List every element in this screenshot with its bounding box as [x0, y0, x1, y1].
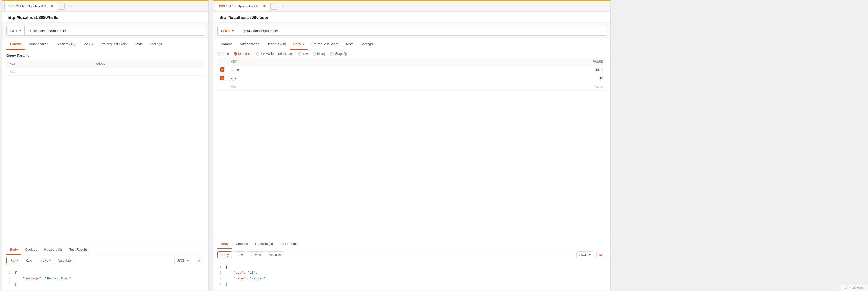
row2-key-cell[interactable]: age [227, 74, 407, 82]
right-code-line-4: 4 } [217, 282, 606, 287]
radio-none[interactable]: none [217, 52, 229, 56]
radio-binary[interactable]: binary [313, 52, 326, 56]
empty-key-cell[interactable]: Key [6, 67, 92, 76]
left-json-select[interactable]: JSON ▾ [175, 257, 191, 264]
right-code-line-1: 1 { [217, 264, 606, 270]
right-tab-authorization[interactable]: Authorization [236, 39, 263, 50]
left-response-tab-cookies[interactable]: Cookies [22, 245, 41, 255]
radio-raw[interactable]: raw [298, 52, 308, 56]
left-visualize-btn[interactable]: Visualize [55, 257, 74, 264]
left-tab-prerequest[interactable]: Pre-request Script [97, 39, 131, 50]
left-pretty-btn[interactable]: Pretty [6, 257, 21, 264]
left-tab-params[interactable]: Params [6, 39, 25, 50]
row1-key-cell[interactable]: name [227, 65, 407, 74]
right-value-header: VALUE [407, 58, 607, 65]
code-line-3: 3 } [6, 282, 204, 287]
left-params-table: KEY VALUE Key [6, 60, 204, 76]
radio-form-data-dot [234, 52, 237, 56]
radio-graphql-dot [330, 52, 334, 56]
right-tab-method: POST [219, 5, 227, 8]
dots-icon: ··· [67, 3, 71, 8]
right-json-select[interactable]: JSON ▾ [576, 252, 593, 258]
right-raw-btn[interactable]: Raw [233, 252, 246, 258]
radio-graphql[interactable]: GraphQL [330, 52, 347, 56]
right-panel: POST POST http://localhost:8080/ + ··· h… [213, 0, 611, 291]
left-response-section: Body Cookies Headers (3) Test Results Pr… [2, 245, 209, 291]
right-plus-icon: + [273, 4, 275, 8]
table-row: Key Value [217, 82, 606, 91]
right-method-chevron-icon: ▾ [232, 29, 234, 32]
right-tab-settings[interactable]: Settings [357, 39, 376, 50]
right-code-line-3: 3 "name": "zaizai" [217, 276, 606, 282]
right-tab-bar: POST POST http://localhost:8080/ + ··· [213, 1, 611, 11]
row1-checkbox-cell[interactable] [217, 65, 227, 74]
empty-key-cell[interactable]: Key [227, 82, 407, 91]
right-response-tab-body[interactable]: Body [217, 239, 232, 249]
right-pretty-btn[interactable]: Pretty [217, 252, 232, 258]
right-checkbox-header [217, 58, 227, 65]
right-body-params-section: KEY VALUE name zaizai [213, 58, 611, 93]
left-value-header: VALUE [92, 60, 204, 67]
right-response-tab-testresults[interactable]: Test Results [276, 239, 302, 249]
radio-urlencoded[interactable]: x-www-form-urlencoded [256, 52, 293, 56]
right-new-tab-button[interactable]: + [271, 3, 277, 9]
right-tab[interactable]: POST POST http://localhost:8080/ [215, 2, 270, 10]
bottom-attribution-bar: CSDN @小淡淡 [840, 285, 868, 291]
row2-checkbox[interactable] [220, 76, 224, 80]
left-tab-method: GET [8, 5, 14, 8]
left-panel: GET GET http://localhost:8080/h + ··· ht… [2, 0, 209, 291]
right-response-tab-headers[interactable]: Headers (3) [252, 239, 277, 249]
left-response-tab-testresults[interactable]: Test Results [66, 245, 91, 255]
right-code-line-2: 2 "age": "18", [217, 270, 606, 276]
radio-binary-dot [313, 52, 316, 56]
radio-none-dot [217, 52, 221, 56]
right-more-tabs-button[interactable]: ··· [278, 3, 285, 9]
right-wrap-icon: ≡↵ [599, 253, 604, 257]
right-visualize-btn[interactable]: Visualize [266, 252, 285, 258]
query-params-title: Query Params [6, 54, 204, 57]
left-format-bar: Pretty Raw Preview Visualize JSON ▾ ≡↵ [2, 255, 209, 266]
right-params-table: KEY VALUE name zaizai [217, 58, 606, 91]
radio-urlencoded-dot [256, 52, 259, 56]
right-request-line: POST ▾ [213, 23, 611, 39]
table-row: age 18 [217, 74, 606, 82]
right-response-tabs: Body Cookies Headers (3) Test Results [213, 239, 611, 249]
left-url-input[interactable] [24, 26, 204, 36]
right-format-bar: Pretty Raw Preview Visualize JSON ▾ ≡↵ [213, 249, 611, 261]
right-key-header: KEY [227, 58, 407, 65]
row1-checkbox[interactable] [220, 67, 224, 71]
left-tab-authorization[interactable]: Authorization [25, 39, 52, 50]
right-url-input[interactable] [237, 26, 606, 36]
left-tab-dot [51, 5, 53, 7]
right-preview-btn[interactable]: Preview [247, 252, 265, 258]
right-wrap-btn[interactable]: ≡↵ [596, 251, 606, 258]
left-tab-headers[interactable]: Headers (10) [52, 39, 79, 50]
right-tab-headers[interactable]: Headers (10) [263, 39, 290, 50]
row1-value-cell[interactable]: zaizai [407, 65, 607, 74]
row2-value-cell[interactable]: 18 [407, 74, 607, 82]
left-tab-body[interactable]: Body [79, 39, 97, 50]
right-tab-params[interactable]: Params [217, 39, 236, 50]
right-tab-prerequest[interactable]: Pre-request Script [308, 39, 342, 50]
right-tab-tests[interactable]: Tests [342, 39, 357, 50]
left-raw-btn[interactable]: Raw [22, 257, 35, 264]
right-response-tab-cookies[interactable]: Cookies [232, 239, 252, 249]
left-response-tab-body[interactable]: Body [6, 245, 22, 255]
left-tab-tests[interactable]: Tests [131, 39, 146, 50]
left-method-label: GET [10, 29, 17, 33]
right-tab-body[interactable]: Body [290, 39, 308, 50]
radio-raw-dot [298, 52, 302, 56]
right-json-chevron-icon: ▾ [589, 253, 591, 257]
radio-form-data[interactable]: form-data [234, 52, 251, 56]
row2-checkbox-cell[interactable] [217, 74, 227, 82]
left-tab-settings[interactable]: Settings [146, 39, 165, 50]
right-method-label: POST [221, 29, 230, 33]
left-wrap-btn[interactable]: ≡↵ [194, 257, 204, 264]
left-tab[interactable]: GET GET http://localhost:8080/h [4, 2, 57, 10]
right-method-select[interactable]: POST ▾ [217, 26, 237, 36]
more-tabs-button[interactable]: ··· [66, 3, 72, 9]
new-tab-button[interactable]: + [58, 3, 65, 9]
left-response-tab-headers[interactable]: Headers (3) [41, 245, 66, 255]
left-method-select[interactable]: GET ▾ [6, 26, 24, 36]
left-preview-btn[interactable]: Preview [36, 257, 54, 264]
